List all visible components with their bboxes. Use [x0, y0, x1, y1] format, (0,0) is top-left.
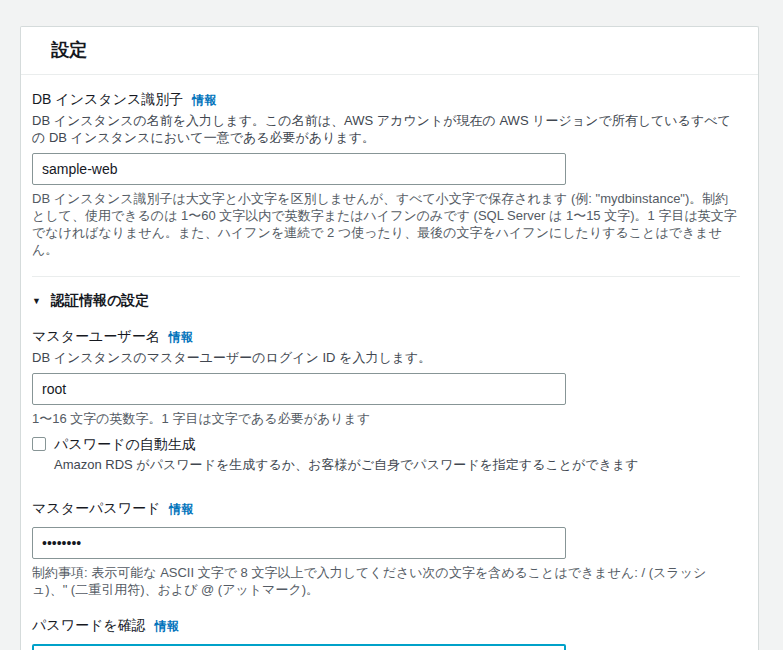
auto-generate-password-label[interactable]: パスワードの自動生成 — [54, 436, 196, 452]
master-username-label: マスターユーザー名 — [32, 327, 160, 345]
confirm-password-label-row: パスワードを確認 情報 — [32, 616, 740, 635]
page: 設定 DB インスタンス識別子 情報 DB インスタンスの名前を入力します。この… — [0, 0, 783, 650]
master-username-description: DB インスタンスのマスターユーザーのログイン ID を入力します。 — [32, 349, 740, 366]
field-master-username: マスターユーザー名 情報 DB インスタンスのマスターユーザーのログイン ID … — [32, 327, 740, 427]
field-db-identifier: DB インスタンス識別子 情報 DB インスタンスの名前を入力します。この名前は… — [32, 90, 740, 258]
master-password-input[interactable] — [32, 527, 566, 559]
db-identifier-input[interactable] — [32, 153, 566, 185]
master-password-label-row: マスターパスワード 情報 — [32, 499, 740, 518]
field-confirm-password: パスワードを確認 情報 — [32, 616, 740, 650]
section-divider — [32, 276, 740, 277]
panel-title: 設定 — [51, 38, 728, 62]
auto-generate-password-text: パスワードの自動生成 Amazon RDS がパスワードを生成するか、お客様がご… — [54, 435, 639, 473]
confirm-password-input[interactable] — [32, 644, 566, 650]
master-password-label: マスターパスワード — [32, 499, 160, 517]
credentials-section-label: 認証情報の設定 — [51, 292, 149, 310]
master-password-info-link[interactable]: 情報 — [169, 501, 193, 518]
panel-body: DB インスタンス識別子 情報 DB インスタンスの名前を入力します。この名前は… — [21, 75, 758, 650]
db-identifier-constraint: DB インスタンス識別子は大文字と小文字を区別しませんが、すべて小文字で保存され… — [32, 190, 740, 258]
field-master-password: マスターパスワード 情報 制約事項: 表示可能な ASCII 文字で 8 文字以… — [32, 499, 740, 598]
field-auto-generate-password: パスワードの自動生成 Amazon RDS がパスワードを生成するか、お客様がご… — [32, 435, 740, 473]
caret-down-icon: ▼ — [32, 297, 41, 306]
panel-header: 設定 — [21, 27, 758, 75]
db-identifier-description: DB インスタンスの名前を入力します。この名前は、AWS アカウントが現在の A… — [32, 112, 740, 146]
credentials-section-toggle[interactable]: ▼ 認証情報の設定 — [32, 292, 740, 310]
db-identifier-label: DB インスタンス識別子 — [32, 90, 183, 108]
master-username-info-link[interactable]: 情報 — [169, 329, 193, 346]
settings-panel: 設定 DB インスタンス識別子 情報 DB インスタンスの名前を入力します。この… — [20, 26, 759, 650]
master-username-label-row: マスターユーザー名 情報 — [32, 327, 740, 346]
auto-generate-password-checkbox[interactable] — [32, 437, 46, 451]
db-identifier-label-row: DB インスタンス識別子 情報 — [32, 90, 740, 109]
db-identifier-info-link[interactable]: 情報 — [192, 92, 216, 109]
master-username-input[interactable] — [32, 373, 566, 405]
auto-generate-password-description: Amazon RDS がパスワードを生成するか、お客様がご自身でパスワードを指定… — [54, 456, 639, 473]
confirm-password-info-link[interactable]: 情報 — [155, 618, 179, 635]
confirm-password-label: パスワードを確認 — [32, 616, 146, 634]
master-username-constraint: 1〜16 文字の英数字。1 字目は文字である必要があります — [32, 410, 740, 427]
master-password-constraint: 制約事項: 表示可能な ASCII 文字で 8 文字以上で入力してください次の文… — [32, 564, 740, 598]
